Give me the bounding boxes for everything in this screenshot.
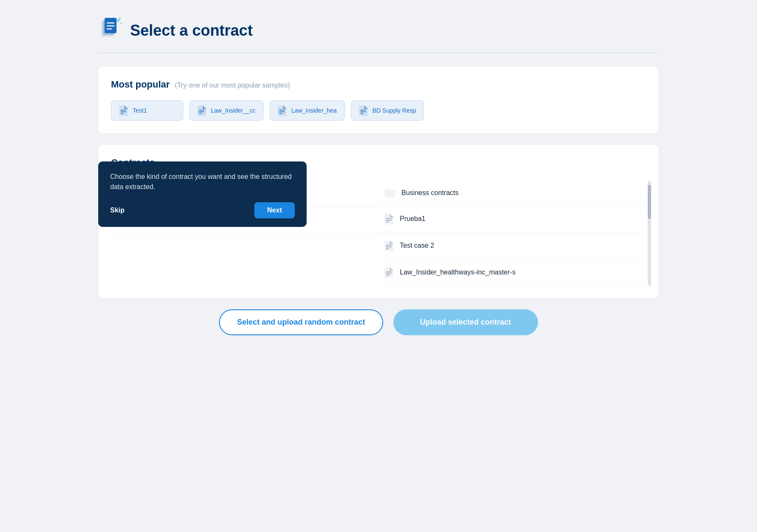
popular-item-label: Law_Insider_hea [291,107,337,114]
popular-items-list: Test1 Law_Insider__cc Law_Insider_hea BD… [111,100,646,121]
most-popular-card: Most popular (Try one of our most popula… [98,66,659,134]
page-header: Select a contract [98,8,659,53]
doc-icon [119,105,128,116]
svg-point-8 [119,17,121,19]
contracts-right-col: Business contracts Prueba1 Test case 2 L… [378,181,646,286]
page-title: Select a contract [130,22,253,40]
most-popular-title-row: Most popular (Try one of our most popula… [111,79,646,90]
logo-icon [98,17,123,44]
contract-item-label: Test case 2 [400,242,434,249]
popular-item[interactable]: Law_Insider__cc [189,100,264,121]
svg-point-7 [120,23,122,24]
skip-button[interactable]: Skip [110,207,125,214]
most-popular-title: Most popular [111,79,170,90]
svg-point-6 [117,19,120,22]
popular-item-label: BD Supply Resp [373,107,416,114]
scrollbar-thumb [648,185,651,219]
contract-item[interactable]: Prueba1 [378,206,646,232]
scrollbar[interactable] [648,181,651,286]
doc-icon [359,105,368,116]
upload-selected-button[interactable]: Upload selected contract [393,309,538,335]
contracts-card: Contracts Choose the kind of contract yo… [98,144,659,299]
doc-icon [278,105,287,116]
contract-item-label: Business contracts [401,189,458,197]
tooltip-text: Choose the kind of contract you want and… [110,172,295,192]
popular-item[interactable]: BD Supply Resp [351,100,424,121]
contract-item-label: Prueba1 [400,215,426,223]
contract-item[interactable]: Test case 2 [378,232,646,259]
doc-icon [384,240,394,251]
popular-item-label: Law_Insider__cc [211,107,256,114]
contract-item[interactable]: Business contracts [378,181,646,206]
popular-item-label: Test1 [133,107,147,114]
doc-icon [384,267,394,278]
contract-item[interactable]: Law_Insider_healthways-inc_master-s [378,259,646,286]
folder-icon [384,188,396,198]
popular-item[interactable]: Law_Insider_hea [270,100,345,121]
next-button[interactable]: Next [254,202,295,218]
bottom-actions: Select and upload random contract Upload… [98,309,659,344]
tooltip-box: Choose the kind of contract you want and… [98,161,307,227]
tooltip-actions: Skip Next [110,202,295,218]
doc-icon [384,213,394,224]
popular-item[interactable]: Test1 [111,100,183,121]
most-popular-subtitle: (Try one of our most popular samples) [175,82,290,89]
contract-item-label: Law_Insider_healthways-inc_master-s [400,269,515,276]
random-upload-button[interactable]: Select and upload random contract [219,309,383,335]
doc-icon [197,105,207,116]
